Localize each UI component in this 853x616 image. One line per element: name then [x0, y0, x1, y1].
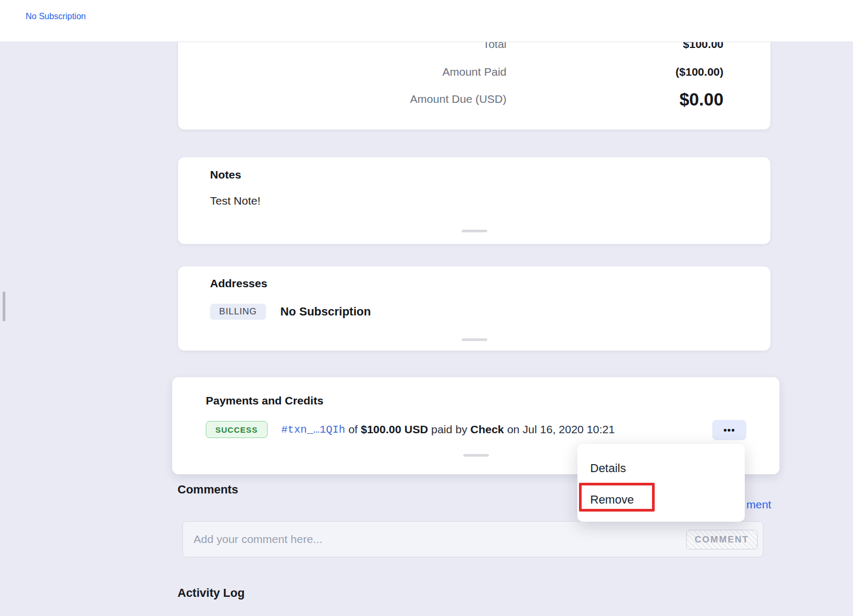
billing-badge: BILLING — [210, 304, 266, 320]
comment-submit-button[interactable]: COMMENT — [686, 530, 758, 549]
comments-title: Comments — [178, 483, 238, 497]
menu-item-remove[interactable]: Remove — [590, 493, 634, 507]
payment-amount: $100.00 USD — [361, 423, 428, 436]
activity-log-title: Activity Log — [178, 586, 245, 600]
comment-input[interactable] — [183, 522, 663, 557]
notes-title: Notes — [210, 168, 241, 181]
payment-text-paid-by: paid by — [431, 423, 468, 436]
no-subscription-link[interactable]: No Subscription — [26, 12, 86, 21]
amount-paid-value: ($100.00) — [675, 66, 723, 78]
payment-text-of: of — [348, 423, 358, 436]
notes-body: Test Note! — [210, 194, 261, 207]
drag-handle[interactable] — [463, 454, 489, 457]
amount-paid-label: Amount Paid — [442, 66, 506, 78]
payment-context-menu: Details Remove — [577, 444, 745, 522]
payment-method: Check — [470, 423, 504, 436]
billing-address-value: No Subscription — [280, 305, 371, 319]
addresses-title: Addresses — [210, 277, 267, 290]
menu-item-details[interactable]: Details — [590, 461, 626, 475]
more-options-button[interactable]: ••• — [712, 420, 746, 440]
amount-due-label: Amount Due (USD) — [410, 93, 506, 106]
transaction-link[interactable]: #txn_…1QIh — [281, 424, 345, 436]
notes-card: Notes Test Note! — [178, 157, 770, 244]
payment-text-on: on — [507, 423, 519, 436]
payment-row: SUCCESS #txn_…1QIh of $100.00 USD paid b… — [206, 420, 615, 439]
add-comment-link-partial[interactable]: ment — [746, 498, 771, 511]
amount-due-value: $0.00 — [679, 90, 723, 110]
drag-handle[interactable] — [462, 230, 487, 232]
drag-handle[interactable] — [462, 338, 487, 341]
payment-datetime: Jul 16, 2020 10:21 — [522, 423, 615, 436]
status-badge: SUCCESS — [206, 421, 268, 438]
top-bar: No Subscription — [0, 0, 853, 42]
comment-box: COMMENT — [182, 521, 763, 557]
addresses-card: Addresses BILLING No Subscription — [178, 266, 770, 351]
scrollbar-thumb[interactable] — [3, 291, 5, 321]
payments-title: Payments and Credits — [206, 394, 324, 407]
billing-address-row: BILLING No Subscription — [210, 304, 371, 320]
